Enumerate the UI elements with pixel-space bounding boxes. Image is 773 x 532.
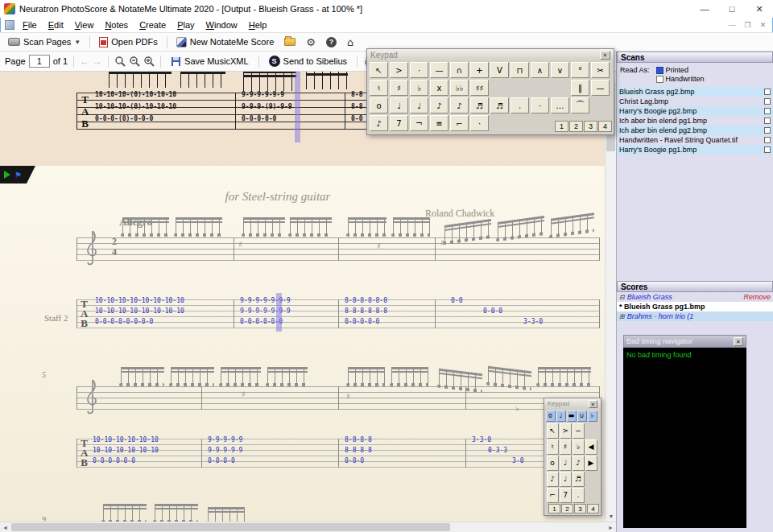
menu-item[interactable]: Play bbox=[172, 19, 200, 31]
keypad-button[interactable]: ✂ bbox=[591, 62, 610, 78]
tab-numbers[interactable]: 8-8-8-8 bbox=[345, 447, 372, 454]
keypad-button[interactable]: ⌐ bbox=[450, 115, 469, 131]
keypad-button[interactable]: ∪ bbox=[577, 410, 587, 422]
scan-file-checkbox[interactable] bbox=[764, 108, 771, 114]
keypad-tab[interactable]: 2 bbox=[569, 121, 583, 132]
mdi-close-icon[interactable]: ✕ bbox=[756, 21, 770, 29]
keypad-button[interactable]: · bbox=[531, 97, 549, 113]
scroll-left-icon[interactable]: ◄ bbox=[0, 522, 10, 532]
zoom-icon[interactable] bbox=[114, 56, 126, 67]
keypad-button[interactable]: ≡ bbox=[430, 115, 449, 131]
keypad-button[interactable]: · bbox=[470, 115, 489, 131]
keypad-button[interactable]: 7 bbox=[560, 488, 572, 503]
score-item[interactable]: ⊞ Brahms - horn trio (1 bbox=[617, 311, 773, 321]
open-pdfs-button[interactable]: Open PDFs bbox=[95, 35, 161, 49]
keypad-button[interactable]: ♪ bbox=[370, 115, 388, 131]
tab-numbers[interactable]: 10-10-10-10-10-10-10-10 bbox=[95, 307, 184, 315]
home-button[interactable]: ⌂ bbox=[343, 35, 358, 50]
printed-radio-icon[interactable] bbox=[656, 67, 663, 74]
keypad-button[interactable]: ♩ bbox=[390, 97, 408, 113]
scan-file-checkbox[interactable] bbox=[764, 137, 771, 143]
keypad-button[interactable]: ♯ bbox=[560, 439, 572, 455]
zoom-in-icon[interactable] bbox=[143, 56, 155, 67]
read-as-printed-option[interactable]: Printed bbox=[656, 66, 705, 74]
keypad-button[interactable]: V bbox=[490, 62, 509, 78]
close-button[interactable]: ✕ bbox=[746, 0, 773, 18]
remove-link[interactable]: Remove bbox=[743, 293, 771, 301]
keypad-button[interactable]: … bbox=[551, 97, 569, 113]
scan-file-row[interactable]: Harry's Boogie pg2.bmp bbox=[617, 106, 773, 116]
keypad-tab[interactable]: 3 bbox=[584, 121, 597, 132]
bad-timing-header[interactable]: Bad timing navigator ✕ bbox=[623, 335, 746, 348]
keypad-button[interactable]: ⁀ bbox=[571, 97, 589, 113]
open-folder-button[interactable] bbox=[280, 36, 300, 47]
play-icon[interactable] bbox=[4, 171, 10, 179]
keypad-button[interactable]: ‖ bbox=[571, 80, 589, 96]
scan-file-checkbox[interactable] bbox=[764, 98, 771, 105]
menu-item[interactable]: File bbox=[17, 19, 43, 31]
keypad-button[interactable]: ♭♭ bbox=[450, 80, 469, 96]
scan-file-checkbox[interactable] bbox=[764, 89, 771, 95]
keypad-button[interactable]: > bbox=[560, 423, 572, 439]
tab-numbers[interactable]: 0-0-0-0-0 bbox=[345, 318, 379, 325]
keypad-button[interactable]: ♯♯ bbox=[470, 80, 489, 96]
scan-file-row[interactable]: Christ Lag.bmp bbox=[617, 97, 773, 106]
keypad-button[interactable]: ♬ bbox=[573, 472, 585, 487]
tab-numbers[interactable]: 10-10-10-10-10-10 bbox=[93, 436, 159, 443]
tab-numbers[interactable]: 8-8-8-8 bbox=[345, 436, 372, 443]
keypad-button[interactable]: . bbox=[511, 97, 529, 113]
keypad-button[interactable]: ♭ bbox=[588, 410, 597, 422]
keypad-button[interactable]: − bbox=[573, 423, 585, 439]
keypad-button[interactable]: ▬ bbox=[567, 410, 577, 422]
page-number-input[interactable] bbox=[29, 55, 50, 68]
keypad-button[interactable]: — bbox=[591, 80, 610, 96]
keypad-button[interactable]: ° bbox=[571, 62, 589, 78]
scan-pages-button[interactable]: Scan Pages ▼ bbox=[4, 35, 85, 48]
next-page-icon[interactable]: → bbox=[93, 56, 102, 67]
keypad-button[interactable]: ♪ bbox=[450, 97, 469, 113]
close-icon[interactable]: ✕ bbox=[600, 51, 610, 60]
tab-numbers[interactable]: 0-0-0-0-0-0 bbox=[93, 457, 135, 464]
keypad-button[interactable]: — bbox=[430, 62, 449, 78]
flag-icon[interactable]: ⚑ bbox=[14, 171, 22, 179]
close-icon[interactable]: ✕ bbox=[589, 400, 597, 408]
zoom-out-icon[interactable] bbox=[129, 56, 140, 67]
help-button[interactable]: ? bbox=[322, 35, 341, 49]
keypad-button[interactable]: ⌐ bbox=[547, 488, 559, 503]
prev-page-icon[interactable]: ← bbox=[80, 56, 89, 67]
scan-file-row[interactable]: Harry's Boogie pg1.bmp bbox=[617, 145, 773, 155]
scan-file-row[interactable]: Ich aber bin elend pg1.bmp bbox=[617, 116, 773, 126]
tab-numbers[interactable]: 8-8-8-8-8-8 bbox=[345, 297, 387, 304]
keypad-button[interactable]: ∧ bbox=[531, 62, 549, 78]
keypad-button[interactable]: + bbox=[470, 62, 489, 78]
keypad-button[interactable]: x bbox=[430, 80, 449, 96]
keypad-tab[interactable]: 3 bbox=[574, 504, 586, 513]
scroll-down-icon[interactable]: ▼ bbox=[606, 511, 616, 522]
keypad-button[interactable]: ⊓ bbox=[511, 62, 529, 78]
tab-numbers[interactable]: 3-0 bbox=[512, 457, 523, 464]
scan-file-checkbox[interactable] bbox=[764, 146, 771, 153]
keypad-button[interactable]: ♩ bbox=[410, 97, 428, 113]
close-icon[interactable]: ✕ bbox=[734, 337, 743, 346]
send-to-sibelius-button[interactable]: S Send to Sibelius bbox=[265, 54, 352, 68]
tab-numbers[interactable]: 9-9-9-9-9 bbox=[208, 436, 242, 443]
minimize-button[interactable]: — bbox=[691, 0, 718, 18]
keypad-button[interactable]: ♬ bbox=[490, 97, 509, 113]
tab-numbers[interactable]: 9-9-9-9-9-9-9 bbox=[240, 307, 291, 315]
tab-numbers[interactable]: 0-0-0-0 bbox=[208, 457, 235, 464]
menu-item[interactable]: Window bbox=[200, 19, 243, 31]
keypad-button[interactable]: ♪ bbox=[547, 472, 559, 487]
tab-numbers[interactable]: 9-9-9-9-9 bbox=[208, 447, 242, 454]
menu-item[interactable]: Edit bbox=[43, 19, 69, 31]
keypad-title-bar[interactable]: Keypad ✕ bbox=[367, 49, 614, 61]
scroll-right-icon[interactable]: ► bbox=[606, 522, 616, 532]
score-output[interactable]: ⚑ for Steel-string guitar Roland Chadwic… bbox=[0, 166, 605, 522]
keypad-tab[interactable]: 4 bbox=[587, 504, 599, 513]
save-musicxml-button[interactable]: Save MusicXML bbox=[167, 55, 252, 68]
keypad-title-bar[interactable]: Keypad ✕ bbox=[544, 398, 601, 409]
keypad-button[interactable]: ♮ bbox=[370, 80, 388, 96]
scan-file-checkbox[interactable] bbox=[764, 127, 771, 134]
keypad-button[interactable]: o bbox=[370, 97, 388, 113]
tab-numbers[interactable]: 0-0-0 bbox=[483, 307, 502, 315]
keypad-tab[interactable]: 4 bbox=[598, 121, 612, 132]
